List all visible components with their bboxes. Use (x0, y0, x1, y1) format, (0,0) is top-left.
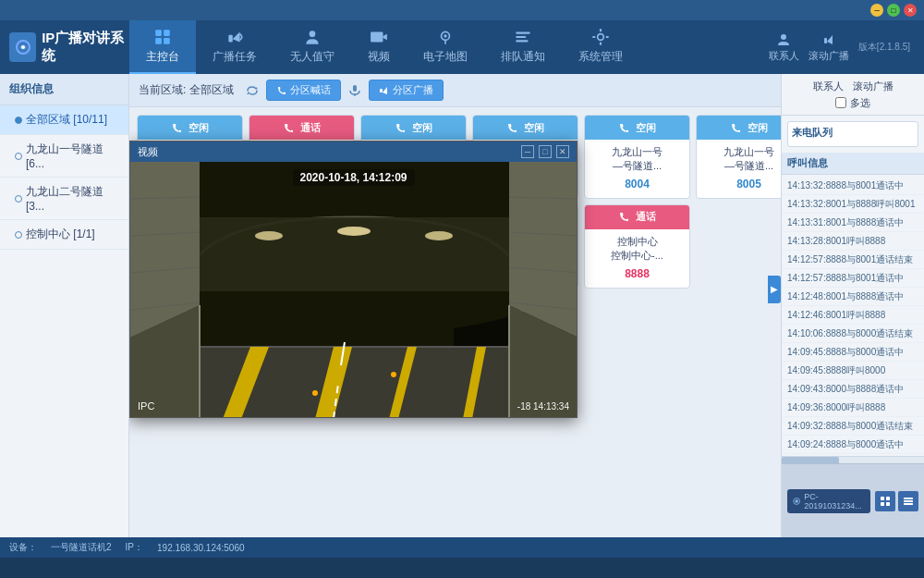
sidebar-label-tunnel2: 九龙山二号隧道 [3... (26, 184, 119, 213)
ip-value: 192.168.30.124:5060 (157, 543, 245, 553)
video-content: 2020-10-18, 14:12:09 IPC -18 14:13:34 (130, 162, 577, 417)
card-body-8888: 控制中心控制中心-... 8888 (585, 229, 689, 288)
right-top: 联系人 滚动广播 多选 (782, 74, 924, 116)
phone-idle-icon-8002 (395, 122, 407, 134)
title-bar: ─ □ ✕ (0, 0, 924, 20)
video-maximize-button[interactable]: □ (539, 145, 552, 158)
card-header-8000: 空闲 (138, 116, 242, 140)
nav-tabs: 主控台 广播任务 无人值守 (129, 20, 755, 74)
toolbar: 当前区域: 全部区域 分区喊话 (129, 74, 781, 107)
nav-icon-guard (303, 28, 322, 46)
sidebar-item-tunnel2[interactable]: 九龙山二号隧道 [3... (0, 178, 128, 220)
sidebar-header: 组织信息 (0, 74, 128, 105)
svg-rect-17 (592, 36, 595, 38)
station-card-8005[interactable]: 空闲 九龙山一号—号隧道... 8005 (696, 115, 781, 199)
camera-thumb-box[interactable]: PC-20191031234... (787, 489, 870, 513)
call-log-item: 14:13:32:8001与8888呼叫8001 (782, 195, 924, 214)
sidebar-item-tunnel1[interactable]: 九龙山一号隧道 [6... (0, 135, 128, 178)
station-card-8004[interactable]: 空闲 九龙山一号—号隧道... 8004 (584, 115, 690, 199)
phone-icon-call (276, 85, 287, 96)
call-log-item: 14:09:32:8888与8000通话结束 (782, 417, 924, 436)
svg-rect-49 (886, 502, 890, 506)
video-screen: 2020-10-18, 14:12:09 IPC -18 14:13:34 (130, 162, 577, 417)
zone-call-button[interactable]: 分区喊话 (266, 80, 341, 101)
logo-svg (13, 37, 33, 57)
minimize-button[interactable]: ─ (870, 4, 883, 17)
thumb-action-btns (875, 491, 918, 511)
nav-icon-broadcast (225, 28, 244, 46)
top-nav: IP广播对讲系统 主控台 广播任务 (0, 20, 924, 74)
nav-user: 联系人 (769, 49, 799, 63)
multiselect-checkbox[interactable] (835, 97, 846, 108)
svg-point-26 (255, 231, 283, 240)
card-header-8888: 通话 (585, 205, 689, 229)
call-log-item: 14:09:36:8000呼叫8888 (782, 399, 924, 417)
nav-tab-queue[interactable]: 排队通知 (484, 20, 562, 74)
svg-rect-5 (164, 38, 170, 44)
nav-tab-system[interactable]: 系统管理 (562, 20, 639, 74)
sidebar-item-control[interactable]: 控制中心 [1/1] (0, 220, 128, 250)
nav-tab-guard[interactable]: 无人值守 (274, 20, 351, 74)
svg-rect-15 (600, 29, 602, 31)
tunnel-view-svg (130, 162, 577, 417)
video-minimize-button[interactable]: ─ (521, 145, 534, 158)
close-button[interactable]: ✕ (904, 4, 917, 17)
ip-label: IP： (126, 541, 143, 554)
card-header-8005: 空闲 (697, 116, 781, 140)
phone-idle-icon-8005 (730, 122, 742, 134)
sidebar-item-all[interactable]: 全部区域 [10/11] (0, 105, 128, 135)
maximize-button[interactable]: □ (887, 4, 900, 17)
phone-idle-icon-8000 (171, 122, 183, 134)
nav-tab-video[interactable]: 视频 (351, 20, 407, 74)
station-card-8888[interactable]: 通话 控制中心控制中心-... 8888 (584, 204, 690, 289)
dot-all (15, 117, 22, 124)
queue-title: 来电队列 (792, 126, 914, 140)
call-log-list[interactable]: 14:13:32:8888与8001通话中 14:13:32:8001与8888… (782, 175, 924, 456)
status-label-8004: 空闲 (636, 121, 656, 135)
call-log-item: 14:13:31:8001与8888通话中 (782, 214, 924, 232)
svg-point-45 (795, 499, 797, 502)
video-label: IPC (138, 400, 154, 412)
nav-icon-map (436, 28, 455, 46)
svg-rect-8 (371, 31, 383, 42)
svg-rect-3 (164, 30, 170, 36)
nav-tab-broadcast[interactable]: 广播任务 (196, 20, 274, 74)
content-area: 组织信息 全部区域 [10/11] 九龙山一号隧道 [6... 九龙山二号隧道 … (0, 74, 924, 537)
video-datetime: -18 14:13:34 (517, 401, 569, 412)
phone-talking-icon-8001 (283, 122, 295, 134)
call-log-scrollbar[interactable] (782, 456, 924, 463)
version-text: 版本[2.1.8.5] (858, 41, 910, 54)
nav-tab-main[interactable]: 主控台 (129, 20, 196, 74)
svg-rect-13 (516, 40, 528, 42)
svg-rect-16 (600, 43, 602, 45)
nav-tab-map[interactable]: 电子地图 (407, 20, 484, 74)
version-info: 版本[2.1.8.5] (858, 41, 910, 54)
expand-button[interactable]: ▶ (768, 276, 781, 303)
video-timestamp: 2020-10-18, 14:12:09 (292, 169, 414, 186)
svg-point-10 (444, 34, 446, 37)
call-log-item: 14:09:45:8888与8000通话中 (782, 343, 924, 362)
multiselect-label: 多选 (850, 96, 870, 110)
thumb-btn-grid[interactable] (875, 491, 895, 511)
svg-rect-21 (353, 85, 357, 92)
call-log-item: 14:12:48:8001与8888通话中 (782, 288, 924, 306)
device-label: 设备： (9, 541, 37, 554)
status-label-8001: 通话 (300, 121, 321, 135)
nav-label-map: 电子地图 (423, 49, 468, 65)
bottom-strip: PC-20191031234... (782, 463, 924, 537)
phone-idle-icon-8003 (506, 122, 518, 134)
svg-rect-11 (516, 31, 530, 33)
main-panel: 当前区域: 全部区域 分区喊话 (129, 74, 781, 537)
zone-broadcast-button[interactable]: 分区广播 (369, 80, 444, 101)
nav-label-system: 系统管理 (578, 49, 623, 65)
nav-icon-video (370, 28, 388, 46)
checkbox-row: 多选 (835, 96, 870, 110)
camera-thumb-icon (792, 496, 801, 507)
scrollbar-thumb (782, 457, 839, 463)
video-window-title: 视频 (138, 145, 158, 159)
call-log-item: 14:12:46:8001呼叫8888 (782, 306, 924, 325)
video-close-button[interactable]: ✕ (556, 145, 569, 158)
thumb-btn-list[interactable] (898, 491, 918, 511)
svg-rect-12 (516, 36, 526, 38)
svg-rect-52 (904, 503, 913, 505)
